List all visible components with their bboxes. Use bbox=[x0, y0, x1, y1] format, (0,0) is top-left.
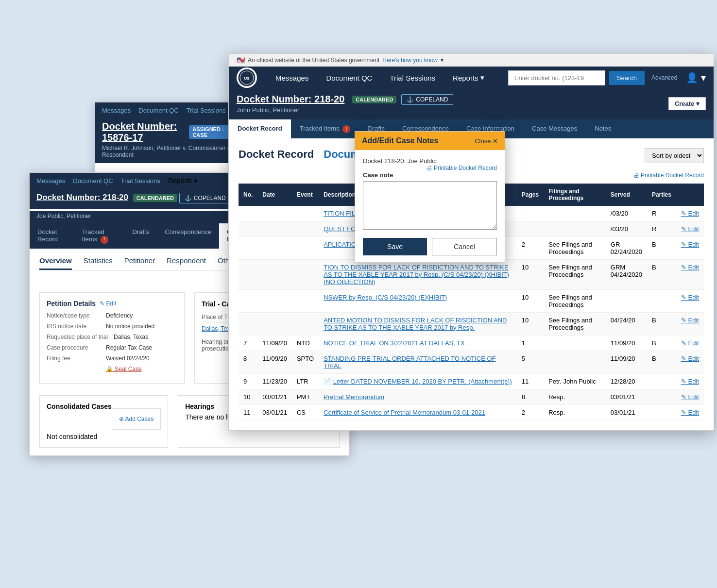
edit-link[interactable]: ✎ Edit bbox=[681, 393, 699, 401]
main-create-button[interactable]: Create ▾ bbox=[668, 97, 706, 110]
desc-link[interactable]: Pretrial Memorandum bbox=[324, 393, 384, 401]
modal-printable-link[interactable]: 🖨 Printable Docket Record bbox=[427, 165, 497, 171]
cell-no: 8 bbox=[239, 351, 257, 373]
ci-subtab-statistics[interactable]: Statistics bbox=[84, 256, 113, 270]
user-icon[interactable]: 👤 ▾ bbox=[686, 72, 706, 84]
ci-nav-docqc[interactable]: Document QC bbox=[73, 177, 113, 185]
main-petitioner: John Public, Petitioner bbox=[237, 106, 453, 114]
cell-desc: NOTICE OF TRIAL ON 3/22/2021 AT DALLAS, … bbox=[319, 335, 517, 351]
desc-link[interactable]: Letter DATED NOVEMBER 16, 2020 BY PETR. … bbox=[333, 378, 512, 385]
gov-link[interactable]: Here's how you know bbox=[382, 57, 438, 64]
edit-link[interactable]: ✎ Edit bbox=[681, 339, 699, 347]
cell-event bbox=[292, 312, 319, 335]
search-input[interactable] bbox=[508, 70, 605, 85]
cell-event: LTR bbox=[292, 373, 319, 389]
add-cases-link[interactable]: ⊕ Add Cases bbox=[112, 408, 161, 430]
label-place: Requested place of trial bbox=[47, 334, 108, 340]
search-area: Search Advanced 👤 ▾ bbox=[508, 70, 706, 85]
ci-docket-number: Docket Number: 218-20 bbox=[36, 193, 128, 202]
modal-docket-row: Docket 218-20: Joe Public 🖨 Printable Do… bbox=[363, 157, 497, 171]
cell-no: 9 bbox=[239, 373, 257, 389]
table-row: TION TO DISMISS FOR LACK OF RISDICTION A… bbox=[239, 259, 704, 289]
cell-event: SPTO bbox=[292, 351, 319, 373]
modal-save-button[interactable]: Save bbox=[363, 238, 427, 255]
ci-tab-tracked[interactable]: Tracked Items ! bbox=[74, 223, 124, 249]
cell-pages: 10 bbox=[517, 312, 544, 335]
sort-select[interactable]: Sort by oldest bbox=[645, 148, 704, 163]
cell-event bbox=[292, 236, 319, 259]
cell-event: NTD bbox=[292, 335, 319, 351]
ci-nav-messages[interactable]: Messages bbox=[36, 177, 65, 185]
edit-link[interactable]: ✎ Edit bbox=[681, 241, 699, 248]
petition-edit-link[interactable]: ✎ Edit bbox=[100, 300, 116, 307]
edit-link[interactable]: ✎ Edit bbox=[681, 294, 699, 301]
value-seal[interactable]: 🔒 Seal Case bbox=[106, 366, 142, 372]
edit-link[interactable]: ✎ Edit bbox=[681, 409, 699, 416]
nav-reports[interactable]: Reports ▾ bbox=[444, 67, 493, 89]
desc-link[interactable]: Certificate of Service of Pretrial Memor… bbox=[324, 409, 485, 416]
edit-link[interactable]: ✎ Edit bbox=[681, 264, 699, 271]
ci-tab-drafts[interactable]: Drafts bbox=[125, 223, 157, 249]
cell-event: PMT bbox=[292, 389, 319, 404]
main-badge-calendared: CALENDARED bbox=[352, 96, 396, 103]
edit-link[interactable]: ✎ Edit bbox=[681, 378, 699, 385]
edit-link[interactable]: ✎ Edit bbox=[681, 317, 699, 324]
cell-date bbox=[257, 206, 292, 221]
modal-close-button[interactable]: Close ✕ bbox=[475, 137, 498, 145]
nav-messages[interactable]: Messages bbox=[267, 67, 317, 89]
desc-link[interactable]: NOTICE OF TRIAL ON 3/22/2021 AT DALLAS, … bbox=[324, 339, 464, 347]
col-pages: Pages bbox=[517, 184, 544, 206]
nav-trial-link[interactable]: Trial Sessions bbox=[187, 107, 226, 114]
nav-docqc[interactable]: Document QC bbox=[317, 67, 381, 89]
ci-subtab-petitioner[interactable]: Petitioner bbox=[124, 256, 155, 270]
main-tab-notes[interactable]: Notes bbox=[586, 119, 620, 138]
cell-served: /03/20 bbox=[606, 206, 647, 221]
cell-edit: ✎ Edit bbox=[676, 389, 704, 404]
cell-filings: See Filings and Proceedings bbox=[544, 289, 606, 312]
desc-link[interactable]: STANDING PRE-TRIAL ORDER ATTACHED TO NOT… bbox=[324, 355, 495, 370]
cell-event bbox=[292, 289, 319, 312]
ci-subtab-respondent[interactable]: Respondent bbox=[167, 256, 206, 270]
desc-link[interactable]: NSWER by Resp. (C/S 04/23/20) (EXHIBIT) bbox=[324, 294, 447, 301]
modal-header: Add/Edit Case Notes Close ✕ bbox=[355, 132, 505, 150]
cell-parties: B bbox=[647, 351, 676, 373]
ci-tab-correspondence[interactable]: Correspondence bbox=[157, 223, 219, 249]
main-tab-docket[interactable]: Docket Record bbox=[229, 119, 291, 138]
main-tab-case-messages[interactable]: Case Messages bbox=[523, 119, 586, 138]
court-seal-svg: US bbox=[238, 68, 256, 87]
printable-docket-link[interactable]: 🖨 Printable Docket Record bbox=[633, 172, 704, 179]
ci-tab-docket[interactable]: Docket Record bbox=[30, 223, 74, 249]
info-row-place: Requested place of trial Dallas, Texas bbox=[47, 334, 177, 340]
gov-banner: 🇺🇸 An official website of the United Sta… bbox=[229, 54, 714, 67]
edit-link[interactable]: ✎ Edit bbox=[681, 225, 699, 233]
desc-link[interactable]: ANTED MOTION TO DISMISS FOR LACK OF RISD… bbox=[324, 317, 507, 331]
main-tab-tracked[interactable]: Tracked Items ! bbox=[291, 119, 359, 138]
nav-messages-link[interactable]: Messages bbox=[102, 107, 131, 114]
ci-nav-reports: Reports ▾ bbox=[168, 177, 197, 185]
cell-served: 11/09/20 bbox=[606, 335, 647, 351]
modal-cancel-button[interactable]: Cancel bbox=[432, 238, 497, 255]
cell-parties: B bbox=[647, 335, 676, 351]
nav-trial[interactable]: Trial Sessions bbox=[381, 67, 444, 89]
cell-parties: B bbox=[647, 236, 676, 259]
cell-parties bbox=[647, 389, 676, 404]
desc-link[interactable]: TION TO DISMISS FOR LACK OF RISDICTION A… bbox=[324, 264, 509, 286]
edit-link[interactable]: ✎ Edit bbox=[681, 355, 699, 362]
value-fee: Waived 02/24/20 bbox=[106, 355, 150, 362]
modal-case-note-textarea[interactable] bbox=[363, 181, 497, 230]
label-fee: Filing fee bbox=[47, 355, 100, 362]
consol-value: Not consolidated bbox=[47, 433, 97, 440]
ci-subtab-overview[interactable]: Overview bbox=[39, 256, 72, 270]
nav-docqc-link[interactable]: Document QC bbox=[138, 107, 178, 114]
anchor-icon-main: ⚓ bbox=[407, 96, 414, 103]
edit-link[interactable]: ✎ Edit bbox=[681, 210, 699, 217]
docket-record-title: Docket Record bbox=[239, 148, 314, 161]
cell-edit: ✎ Edit bbox=[676, 236, 704, 259]
cell-filings: Resp. bbox=[544, 389, 606, 404]
search-button[interactable]: Search bbox=[609, 71, 645, 85]
info-row-procedure: Case procedure Regular Tax Case bbox=[47, 344, 177, 351]
advanced-link[interactable]: Advanced bbox=[651, 74, 677, 81]
cell-parties: B bbox=[647, 312, 676, 335]
ci-badge-calendared: CALENDARED bbox=[133, 194, 177, 202]
ci-nav-trial[interactable]: Trial Sessions bbox=[121, 177, 160, 185]
